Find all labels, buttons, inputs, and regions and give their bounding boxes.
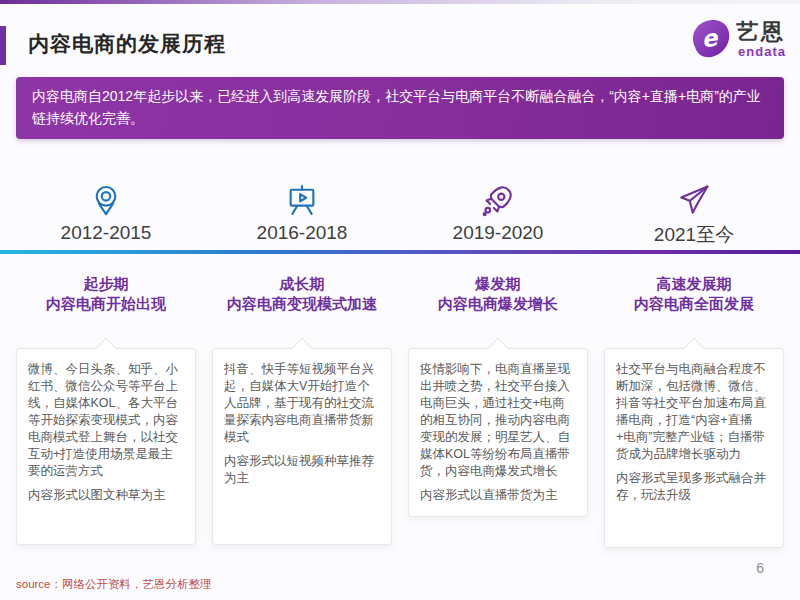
stage-paragraph: 内容形式呈现多形式融合并存，玩法升级	[616, 470, 772, 504]
stage-title: 成长期 内容电商变现模式加速	[212, 274, 392, 314]
stage-subtitle: 内容电商变现模式加速	[212, 294, 392, 314]
title-accent-bar	[0, 26, 6, 65]
timeline-axis-line	[0, 250, 800, 254]
stage-name: 爆发期	[408, 274, 588, 294]
stage-detail-card: 抖音、快手等短视频平台兴起，自媒体大V开始打造个人品牌，基于现有的社交流量探索内…	[212, 348, 392, 545]
card-pointer-notch	[291, 338, 314, 361]
source-note: source：网络公开资料，艺恩分析整理	[16, 577, 212, 592]
stage-paragraph: 疫情影响下，电商直播呈现出井喷之势，社交平台接入电商巨头，通过社交+电商的相互协…	[420, 361, 576, 480]
stage-title: 高速发展期 内容电商全面发展	[604, 274, 784, 314]
timeline-dates-row: 2012-2015 2016-2018 2019-2020 2021至今	[16, 222, 784, 248]
stage-name: 高速发展期	[604, 274, 784, 294]
stage-name: 起步期	[16, 274, 196, 294]
stage-detail-card: 疫情影响下，电商直播呈现出井喷之势，社交平台接入电商巨头，通过社交+电商的相互协…	[408, 348, 588, 517]
stage-subtitle: 内容电商开始出现	[16, 294, 196, 314]
location-pin-icon	[16, 180, 196, 218]
stage-paragraph: 社交平台与电商融合程度不断加深，包括微博、微信、抖音等社交平台加速布局直播电商，…	[616, 361, 772, 463]
logo-name-en: endata	[738, 45, 786, 58]
stage-titles-row: 起步期 内容电商开始出现 成长期 内容电商变现模式加速 爆发期 内容电商爆发增长…	[16, 274, 784, 314]
stage-title: 起步期 内容电商开始出现	[16, 274, 196, 314]
card-pointer-notch	[683, 338, 706, 361]
logo-name-cn: 艺恩	[736, 20, 786, 44]
presentation-board-icon	[212, 180, 392, 218]
slide: 内容电商的发展历程 e 艺恩 endata 内容电商自2012年起步以来，已经进…	[0, 0, 800, 600]
timeline-date: 2012-2015	[16, 222, 196, 248]
stage-name: 成长期	[212, 274, 392, 294]
timeline-date: 2019-2020	[408, 222, 588, 248]
stage-paragraph: 内容形式以短视频种草推荐为主	[224, 453, 380, 487]
endata-e-mark: e	[700, 25, 719, 53]
stage-detail-card: 社交平台与电商融合程度不断加深，包括微博、微信、抖音等社交平台加速布局直播电商，…	[604, 348, 784, 548]
stage-title: 爆发期 内容电商爆发增长	[408, 274, 588, 314]
stage-detail-card: 微博、今日头条、知乎、小红书、微信公众号等平台上线，自媒体KOL、各大平台等开始…	[16, 348, 196, 545]
top-accent-strip	[0, 0, 800, 4]
stage-paragraph: 抖音、快手等短视频平台兴起，自媒体大V开始打造个人品牌，基于现有的社交流量探索内…	[224, 361, 380, 446]
endata-logo-text: 艺恩 endata	[736, 20, 786, 58]
card-pointer-notch	[95, 338, 118, 361]
stage-paragraph: 内容形式以图文种草为主	[28, 487, 184, 504]
stage-paragraph: 微博、今日头条、知乎、小红书、微信公众号等平台上线，自媒体KOL、各大平台等开始…	[28, 361, 184, 480]
page-number: 6	[756, 560, 764, 576]
paper-plane-icon	[604, 180, 784, 218]
card-pointer-notch	[487, 338, 510, 361]
timeline-date: 2021至今	[604, 222, 784, 248]
timeline-icons-row	[16, 180, 784, 218]
endata-pick-icon: e	[688, 16, 732, 62]
rocket-icon	[408, 180, 588, 218]
intro-banner-text: 内容电商自2012年起步以来，已经进入到高速发展阶段，社交平台与电商平台不断融合…	[16, 77, 784, 139]
stage-subtitle: 内容电商爆发增长	[408, 294, 588, 314]
page-title: 内容电商的发展历程	[28, 30, 226, 58]
stage-subtitle: 内容电商全面发展	[604, 294, 784, 314]
stage-detail-row: 微博、今日头条、知乎、小红书、微信公众号等平台上线，自媒体KOL、各大平台等开始…	[16, 348, 784, 548]
intro-banner: 内容电商自2012年起步以来，已经进入到高速发展阶段，社交平台与电商平台不断融合…	[16, 77, 784, 139]
timeline-date: 2016-2018	[212, 222, 392, 248]
endata-logo: e 艺恩 endata	[688, 16, 786, 62]
stage-paragraph: 内容形式以直播带货为主	[420, 487, 576, 504]
